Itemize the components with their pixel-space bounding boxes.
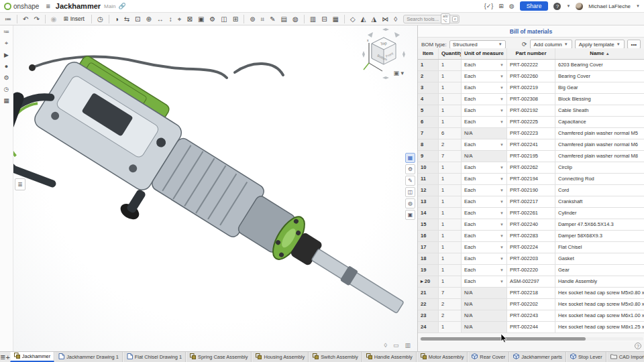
quantity-cell[interactable]: 1 [439,242,462,253]
quantity-cell[interactable]: 1 [439,219,462,230]
versions-icon[interactable]: ◷ [4,86,9,93]
rotate-icon[interactable]: ↕ [167,13,174,25]
isometric-view-icon[interactable]: ◊ [384,342,387,349]
bom-row[interactable]: 21Each▼PRT-002260Bearing Cover [418,71,644,82]
quantity-cell[interactable]: 2 [439,299,462,310]
name-cell[interactable]: 6203 Bearing Cover [555,60,644,70]
interference-icon[interactable]: ⋈ [380,13,390,25]
bom-row[interactable]: 232N/APRT-002243Hex socket head cap scre… [418,310,644,322]
bom-row[interactable]: ▸ 201Each▼ASM-002297Handle Assembly [418,276,644,288]
sketch-icon[interactable]: ◉ [49,13,59,25]
unit-of-measure-cell[interactable]: Each▼ [462,208,507,219]
mate-icon[interactable]: ◑ [113,13,121,25]
group-icon[interactable]: ▣ [196,13,206,25]
section-view-icon[interactable]: ◇ [348,13,358,25]
part-number-cell[interactable]: PRT-002243 [507,310,555,321]
quantity-cell[interactable]: 6 [439,128,462,139]
name-cell[interactable]: Circlip [555,162,644,173]
name-cell[interactable]: Capacitance [555,117,644,127]
bom-row[interactable]: 217N/APRT-002218Hex socket head cap scre… [418,288,644,299]
material-panel-icon[interactable]: ◍ [405,198,415,208]
scrollbar-thumb[interactable] [421,337,586,341]
bom-row[interactable]: 82Each▼PRT-002241Chamfered plain washer … [418,139,644,151]
tab-cad-imports[interactable]: CAD Imports [606,352,644,362]
apps-grid-icon[interactable]: ⊞ [498,3,504,9]
name-cell[interactable]: Bearing Cover [555,71,644,82]
unit-of-measure-cell[interactable]: Each▼ [462,94,507,105]
part-number-cell[interactable]: PRT-002262 [507,162,555,173]
bom-row[interactable]: 11Each▼PRT-0022226203 Bearing Cover [418,60,644,71]
bom-row[interactable]: 61Each▼PRT-002225Capacitance [418,117,644,128]
quantity-cell[interactable]: 1 [439,185,462,196]
slider-mate-icon[interactable]: ⊡ [133,13,142,25]
quantity-cell[interactable]: 1 [439,276,462,287]
tab-handle-assembly[interactable]: Handle Assembly [362,352,417,362]
name-cell[interactable]: Big Gear [555,82,644,93]
bom-overflow-button[interactable]: ••• [627,40,641,49]
bom-row[interactable]: 151Each▼PRT-002240Damper 47.5X66.5X14.3 [418,219,644,231]
display-states-icon[interactable]: ⊟ [319,13,329,25]
bom-row[interactable]: 97N/APRT-002195Chamfered plain washer no… [418,151,644,162]
tab-switch-assembly[interactable]: Switch Assembly [309,352,362,362]
document-menu-icon[interactable]: ≡ [46,2,50,10]
column-header-part-number[interactable]: Part number [507,48,555,59]
assembly-features-icon[interactable]: ⊚ [248,13,257,25]
revolute-mate-icon[interactable]: ⇆ [122,13,131,25]
tab-jackhammer-parts[interactable]: Jackhammer parts [509,352,566,362]
translate-icon[interactable]: ↔ [155,13,166,25]
quantity-cell[interactable]: 1 [439,265,462,276]
user-menu-caret-icon[interactable]: ▼ [636,4,640,8]
quantity-cell[interactable]: 1 [439,162,462,173]
add-column-button[interactable]: Add column▼ [530,40,572,49]
featurescript-icon[interactable]: {✓} [484,3,494,9]
name-cell[interactable]: Damper 47.5X66.5X14.3 [555,219,644,230]
part-number-cell[interactable]: PRT-002308 [507,94,555,105]
quantity-cell[interactable]: 1 [439,174,462,184]
bom-row[interactable]: 171Each▼PRT-002224Flat Chisel [418,242,644,253]
properties-panel-icon[interactable]: ▣ [405,210,415,220]
user-avatar[interactable] [576,3,583,10]
share-button[interactable]: Share [520,1,549,11]
quantity-cell[interactable]: 1 [439,253,462,264]
bom-row[interactable]: 76N/APRT-002223Chamfered plain washer no… [418,128,644,139]
quantity-cell[interactable]: 1 [439,208,462,219]
part-number-cell[interactable]: PRT-002244 [507,322,555,333]
tab-spring-case-assembly[interactable]: Spring Case Assembly [186,352,252,362]
unit-of-measure-cell[interactable]: Each▼ [462,162,507,173]
bom-row[interactable]: 41Each▼PRT-002308Block Blessing [418,94,644,105]
jackhammer-model[interactable] [13,25,417,351]
apply-template-button[interactable]: Apply template▼ [575,40,625,49]
quantity-cell[interactable]: 2 [439,310,462,321]
part-number-cell[interactable]: PRT-002241 [507,139,555,150]
quantity-cell[interactable]: 1 [439,82,462,93]
unit-of-measure-cell[interactable]: Each▼ [462,231,507,241]
mass-props-icon[interactable]: ◮ [369,13,378,25]
part-number-cell[interactable]: PRT-002195 [507,151,555,162]
instance-list-expander[interactable]: ≣ [15,178,25,190]
bom-horizontal-scrollbar[interactable] [419,337,643,341]
3d-viewport[interactable]: ≣ Top Bottom Front x ▣ ▾ ▦⚙✎◫◍▣ ◊▭▥ [13,25,417,351]
name-cell[interactable]: Chamfered plain washer normal M5 [555,128,644,139]
part-number-cell[interactable]: PRT-002240 [507,219,555,230]
part-number-cell[interactable]: PRT-002225 [507,117,555,127]
grid-toggle-icon[interactable]: ▥ [405,342,411,349]
tables-icon[interactable]: ▦ [3,97,9,104]
fastened-mate-icon[interactable]: ⊕ [144,13,153,25]
name-cell[interactable]: Damper 58X68X9.3 [555,231,644,241]
name-cell[interactable]: Cord [555,185,644,196]
custom-table-icon[interactable]: ✎ [405,176,415,186]
comments-icon[interactable]: ● [5,63,8,70]
bom-row[interactable]: 241N/APRT-002244Hex socket head cap scre… [418,322,644,333]
bom-row[interactable]: 31Each▼PRT-002219Big Gear [418,82,644,94]
instance-tree-icon[interactable]: ≔ [3,28,9,35]
unit-of-measure-cell[interactable]: Each▼ [462,139,507,150]
quantity-cell[interactable]: 7 [439,151,462,162]
unit-of-measure-cell[interactable]: Each▼ [462,174,507,184]
feature-list-icon[interactable]: ≔ [3,13,13,25]
unit-of-measure-cell[interactable]: Each▼ [462,71,507,82]
name-cell[interactable]: Gear [555,265,644,276]
name-cell[interactable]: Crankshaft [555,196,644,207]
configurations-icon[interactable]: ⚙ [3,74,9,81]
unit-of-measure-cell[interactable]: Each▼ [462,82,507,93]
quantity-cell[interactable]: 1 [439,117,462,127]
